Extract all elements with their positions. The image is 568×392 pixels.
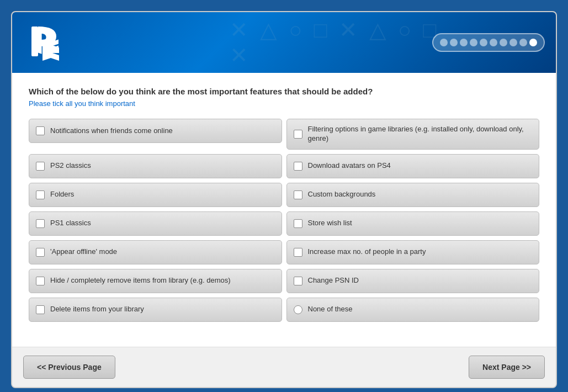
label-download-avatars[interactable]: Download avatars on PS4 [308, 161, 391, 171]
checkbox-ps1-classics[interactable] [36, 219, 45, 228]
checkbox-hide-remove-library[interactable] [36, 277, 45, 285]
label-store-wishlist[interactable]: Store wish list [308, 219, 352, 228]
option-hide-remove-library[interactable]: Hide / completely remove items from libr… [29, 269, 282, 293]
option-download-avatars-wrapper: Download avatars on PS4 [286, 154, 540, 178]
label-delete-library[interactable]: Delete items from your library [50, 305, 144, 314]
option-folders[interactable]: Folders [29, 183, 282, 207]
progress-dot-6 [490, 39, 497, 46]
option-custom-backgrounds[interactable]: Custom backgrounds [286, 183, 540, 207]
question-title: Which of the below do you think are the … [29, 87, 539, 96]
checkbox-increase-party[interactable] [294, 248, 302, 257]
progress-dot-3 [460, 39, 468, 46]
progress-indicator [432, 33, 545, 52]
label-folders[interactable]: Folders [50, 190, 74, 199]
progress-dot-10 [529, 39, 537, 46]
progress-dot-8 [509, 39, 517, 46]
option-none-wrapper: None of these [286, 298, 540, 322]
checkbox-custom-backgrounds[interactable] [294, 190, 302, 199]
option-store-wishlist-wrapper: Store wish list [286, 211, 540, 236]
progress-dot-5 [480, 39, 487, 46]
checkbox-filtering-libraries[interactable] [294, 130, 302, 139]
checkbox-delete-library[interactable] [36, 305, 45, 314]
checkbox-appear-offline[interactable] [36, 248, 45, 257]
progress-dot-4 [470, 39, 477, 46]
option-increase-party-wrapper: Increase max no. of people in a party [286, 240, 540, 264]
checkbox-store-wishlist[interactable] [294, 219, 302, 228]
header: ✕ △ ○ □ ✕ △ ○ □ ✕ [12, 12, 556, 73]
label-ps1-classics[interactable]: PS1 classics [50, 219, 91, 228]
checkbox-change-psn-id[interactable] [294, 277, 302, 285]
checkbox-download-avatars[interactable] [294, 162, 302, 171]
label-appear-offline[interactable]: 'Appear offline' mode [50, 247, 117, 257]
label-ps2-classics[interactable]: PS2 classics [50, 161, 91, 171]
options-grid: Notifications when friends come online F… [29, 119, 539, 322]
option-filtering-libraries[interactable]: Filtering options in game libraries (e.g… [286, 119, 540, 150]
ps-logo-svg [23, 17, 73, 66]
label-none-of-these[interactable]: None of these [308, 305, 353, 314]
label-custom-backgrounds[interactable]: Custom backgrounds [308, 190, 376, 199]
option-appear-offline-wrapper: 'Appear offline' mode [29, 240, 282, 264]
option-ps1-wrapper: PS1 classics [29, 211, 282, 236]
checkbox-folders[interactable] [36, 190, 45, 199]
label-hide-remove-library[interactable]: Hide / completely remove items from libr… [50, 276, 231, 285]
label-filtering-libraries[interactable]: Filtering options in game libraries (e.g… [308, 125, 533, 144]
survey-container: ✕ △ ○ □ ✕ △ ○ □ ✕ [11, 11, 557, 388]
next-page-button[interactable]: Next Page >> [469, 356, 545, 379]
option-delete-library-wrapper: Delete items from your library [29, 298, 282, 322]
option-appear-offline[interactable]: 'Appear offline' mode [29, 240, 282, 264]
progress-dot-2 [450, 39, 458, 46]
option-hide-remove-wrapper: Hide / completely remove items from libr… [29, 269, 282, 293]
label-notifications-friends[interactable]: Notifications when friends come online [50, 126, 173, 136]
checkbox-notifications-friends[interactable] [36, 126, 45, 135]
radio-none-of-these[interactable] [294, 305, 302, 314]
option-delete-library[interactable]: Delete items from your library [29, 298, 282, 322]
label-change-psn-id[interactable]: Change PSN ID [308, 276, 359, 285]
options-left-column: Notifications when friends come online [29, 119, 282, 150]
footer: << Previous Page Next Page >> [12, 347, 556, 387]
option-ps2-wrapper: PS2 classics [29, 154, 282, 178]
progress-dot-7 [500, 39, 507, 46]
option-change-psn-id[interactable]: Change PSN ID [286, 269, 540, 293]
prev-page-button[interactable]: << Previous Page [23, 356, 115, 379]
option-ps1-classics[interactable]: PS1 classics [29, 211, 282, 236]
option-ps2-classics[interactable]: PS2 classics [29, 154, 282, 178]
label-increase-party[interactable]: Increase max no. of people in a party [308, 247, 426, 257]
option-increase-party[interactable]: Increase max no. of people in a party [286, 240, 540, 264]
progress-dot-9 [519, 39, 527, 46]
checkbox-ps2-classics[interactable] [36, 162, 45, 171]
option-change-psn-wrapper: Change PSN ID [286, 269, 540, 293]
content-area: Which of the below do you think are the … [12, 73, 556, 347]
question-subtitle: Please tick all you think important [29, 99, 539, 108]
option-notifications-friends[interactable]: Notifications when friends come online [29, 119, 282, 143]
option-download-avatars[interactable]: Download avatars on PS4 [286, 154, 540, 178]
option-store-wishlist[interactable]: Store wish list [286, 211, 540, 236]
option-folders-wrapper: Folders [29, 183, 282, 207]
options-right-column-1: Filtering options in game libraries (e.g… [286, 119, 540, 150]
progress-dot-1 [440, 39, 448, 46]
svg-rect-0 [31, 27, 38, 56]
option-custom-backgrounds-wrapper: Custom backgrounds [286, 183, 540, 207]
option-none-of-these[interactable]: None of these [286, 298, 540, 322]
